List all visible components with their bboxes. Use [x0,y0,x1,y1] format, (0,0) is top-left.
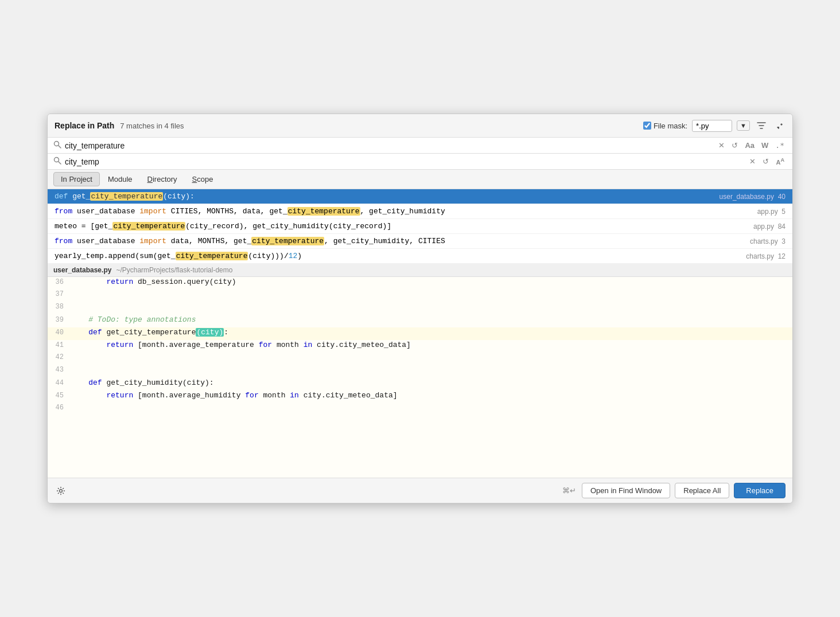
line-number: 46 [48,404,71,412]
line-number: 42 [48,353,71,361]
file-mask-label: File mask: [654,122,687,130]
code-line: 39 # ToDo: type annotations [48,315,792,327]
line-content: def get_city_humidity(city): [71,378,792,387]
find-history-button[interactable]: ↺ [729,140,740,151]
tab-directory[interactable]: Directory [141,173,184,186]
replace-in-path-dialog: Replace in Path 7 matches in 4 files Fil… [47,114,793,503]
replace-button[interactable]: Replace [734,483,785,498]
dialog-footer: ⌘↵ Open in Find Window Replace All Repla… [48,478,792,503]
code-line: 37 [48,290,792,302]
code-line: 46 [48,403,792,416]
result-row[interactable]: def get_city_temperature(city): user_dat… [48,189,792,204]
dialog-header: Replace in Path 7 matches in 4 files Fil… [48,114,792,138]
result-code: from user_database import data, MONTHS, … [55,237,744,245]
line-content: return db_session.query(city) [71,278,792,286]
tab-scope[interactable]: Scope [185,173,220,186]
code-line: 45 return [month.average_humidity for mo… [48,390,792,403]
preview-filename: user_database.py [53,266,111,274]
result-row[interactable]: from user_database import CITIES, MONTHS… [48,204,792,219]
replace-icon [53,157,61,166]
footer-right: Open in Find Window Replace All Replace [582,483,785,498]
header-controls: File mask: ▼ [643,119,785,132]
find-actions: ✕ ↺ Aa W .* [716,140,787,151]
line-content: return [month.average_temperature for mo… [71,341,792,349]
footer-shortcut: ⌘↵ [562,486,576,495]
filter-button[interactable] [755,119,768,132]
line-number: 36 [48,278,71,286]
result-file: app.py 84 [753,222,785,231]
find-icon [53,140,61,150]
replace-actions: ✕ ↺ AA [747,156,787,167]
file-mask-input[interactable] [692,120,732,132]
scope-tabs: In Project Module Directory Scope [48,170,792,189]
match-count: 7 matches in 4 files [120,122,643,130]
dialog-title: Replace in Path [55,121,114,130]
line-content: return [month.average_humidity for month… [71,391,792,400]
result-code: from user_database import CITIES, MONTHS… [55,207,752,216]
result-code: def get_city_temperature(city): [55,192,714,201]
replace-input[interactable] [65,157,744,166]
result-row[interactable]: meteo = [get_city_temperature(city_recor… [48,219,792,234]
line-number: 45 [48,392,71,400]
code-line: 44 def get_city_humidity(city): [48,378,792,390]
result-file: user_database.py 40 [720,193,785,201]
code-preview: 36 return db_session.query(city) 37 38 3… [48,277,792,478]
tab-module[interactable]: Module [101,173,139,186]
line-number: 38 [48,303,71,311]
find-word-button[interactable]: W [759,140,771,151]
find-regex-button[interactable]: .* [773,140,787,151]
line-number: 44 [48,379,71,387]
find-input[interactable] [65,141,713,150]
svg-point-4 [60,489,63,492]
code-line: 42 [48,353,792,365]
find-case-button[interactable]: Aa [742,140,757,151]
code-line: 41 return [month.average_temperature for… [48,340,792,353]
preview-header: user_database.py ~/PycharmProjects/flask… [48,264,792,277]
result-row[interactable]: from user_database import data, MONTHS, … [48,234,792,249]
file-mask-dropdown[interactable]: ▼ [737,120,750,131]
replace-row: ✕ ↺ AA [48,154,792,170]
pin-button[interactable] [773,119,785,132]
result-code: yearly_temp.append(sum(get_city_temperat… [55,252,740,260]
result-file: charts.py 12 [746,252,785,260]
replace-history-button[interactable]: ↺ [760,156,771,167]
line-number: 40 [48,329,71,337]
open-find-window-button[interactable]: Open in Find Window [582,483,670,498]
line-content: def get_city_temperature(city): [71,328,792,337]
settings-gear-button[interactable] [55,485,67,497]
svg-line-1 [59,146,61,149]
replace-case-button[interactable]: AA [773,156,787,167]
line-number: 37 [48,290,71,298]
results-list: def get_city_temperature(city): user_dat… [48,189,792,264]
find-row: ✕ ↺ Aa W .* [48,138,792,154]
find-clear-button[interactable]: ✕ [716,140,727,151]
file-mask-checkbox[interactable] [643,122,651,130]
preview-path: ~/PycharmProjects/flask-tutorial-demo [116,266,232,274]
replace-all-button[interactable]: Replace All [675,483,729,498]
svg-line-3 [59,162,61,165]
line-number: 43 [48,366,71,374]
code-line: 38 [48,302,792,315]
tab-in-project[interactable]: In Project [53,172,100,186]
result-row[interactable]: yearly_temp.append(sum(get_city_temperat… [48,249,792,264]
result-code: meteo = [get_city_temperature(city_recor… [55,222,748,231]
replace-clear-button[interactable]: ✕ [747,156,758,167]
result-file: charts.py 3 [750,237,785,245]
code-line: 36 return db_session.query(city) [48,277,792,290]
code-line-highlighted: 40 def get_city_temperature(city): [48,327,792,340]
file-mask-checkbox-wrap: File mask: [643,122,687,130]
code-line: 43 [48,365,792,378]
line-content: # ToDo: type annotations [71,315,792,324]
footer-left [55,485,557,497]
line-number: 41 [48,341,71,349]
line-number: 39 [48,316,71,324]
result-file: app.py 5 [757,208,785,216]
